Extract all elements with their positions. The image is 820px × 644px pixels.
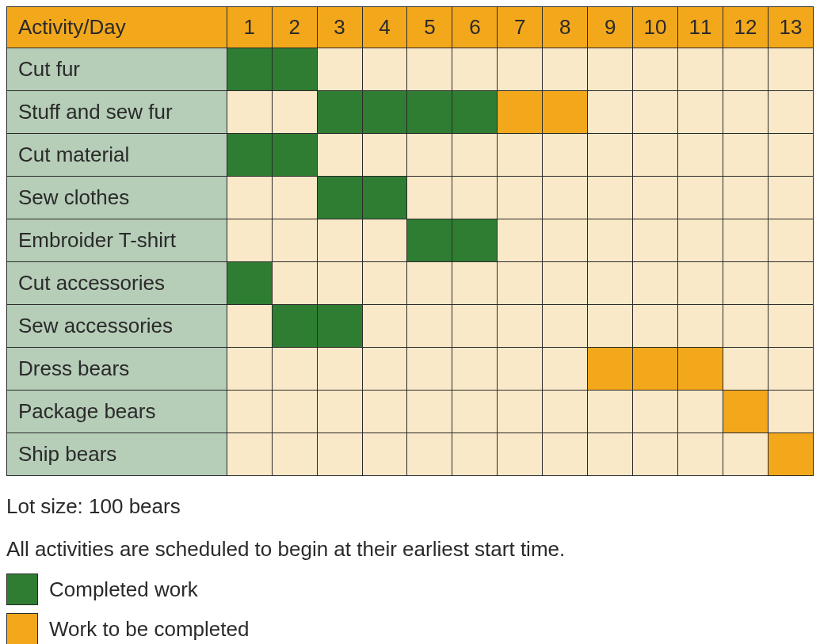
gantt-cell [588, 262, 633, 305]
day-header-7: 7 [498, 7, 543, 48]
gantt-cell [723, 305, 769, 348]
gantt-cell [588, 391, 633, 433]
day-header-4: 4 [362, 7, 407, 48]
gantt-cell [543, 348, 588, 391]
gantt-cell [723, 391, 769, 433]
gantt-cell [362, 91, 407, 134]
gantt-cell [768, 219, 813, 262]
day-header-10: 10 [633, 7, 678, 48]
gantt-cell [362, 177, 407, 219]
activity-label: Dress bears [7, 348, 227, 391]
legend-label-todo: Work to be completed [49, 613, 249, 644]
gantt-cell [723, 134, 769, 177]
gantt-cell [543, 219, 588, 262]
gantt-cell [272, 305, 317, 348]
gantt-cell [272, 91, 317, 134]
gantt-cell [723, 177, 769, 219]
gantt-cell [768, 177, 813, 219]
gantt-body: Cut furStuff and sew furCut materialSew … [7, 48, 814, 476]
gantt-cell [272, 391, 317, 433]
gantt-cell [317, 391, 362, 433]
gantt-cell [588, 48, 633, 91]
gantt-cell [633, 91, 678, 134]
activity-row: Sew accessories [7, 305, 814, 348]
gantt-cell [723, 48, 769, 91]
gantt-cell [633, 219, 678, 262]
gantt-cell [633, 262, 678, 305]
gantt-cell [498, 48, 543, 91]
gantt-cell [407, 305, 452, 348]
gantt-cell [272, 219, 317, 262]
gantt-cell [227, 177, 272, 219]
gantt-cell [678, 391, 723, 433]
gantt-cell [452, 177, 498, 219]
activity-row: Sew clothes [7, 177, 814, 219]
gantt-cell [407, 262, 452, 305]
gantt-cell [498, 391, 543, 433]
gantt-cell [633, 48, 678, 91]
activity-label: Sew accessories [7, 305, 227, 348]
activity-label: Ship bears [7, 433, 227, 476]
legend-todo: Work to be completed [6, 613, 814, 644]
gantt-cell [227, 91, 272, 134]
gantt-cell [498, 305, 543, 348]
activity-label: Stuff and sew fur [7, 91, 227, 134]
gantt-cell [588, 177, 633, 219]
gantt-cell [362, 134, 407, 177]
activity-row: Cut material [7, 134, 814, 177]
gantt-cell [317, 219, 362, 262]
day-header-3: 3 [317, 7, 362, 48]
gantt-cell [452, 48, 498, 91]
gantt-cell [588, 433, 633, 476]
activity-label: Cut material [7, 134, 227, 177]
gantt-cell [678, 91, 723, 134]
gantt-cell [723, 262, 769, 305]
header-row: Activity/Day 12345678910111213 [7, 7, 814, 48]
gantt-cell [588, 134, 633, 177]
gantt-cell [723, 91, 769, 134]
gantt-cell [362, 262, 407, 305]
gantt-cell [227, 48, 272, 91]
gantt-cell [678, 348, 723, 391]
gantt-cell [498, 177, 543, 219]
gantt-cell [362, 433, 407, 476]
gantt-cell [678, 219, 723, 262]
gantt-cell [543, 305, 588, 348]
gantt-cell [452, 348, 498, 391]
gantt-cell [272, 134, 317, 177]
gantt-cell [452, 219, 498, 262]
gantt-cell [227, 262, 272, 305]
gantt-cell [543, 91, 588, 134]
gantt-cell [498, 219, 543, 262]
gantt-cell [407, 433, 452, 476]
gantt-cell [543, 134, 588, 177]
legend-swatch-done [6, 574, 38, 605]
gantt-cell [452, 262, 498, 305]
gantt-cell [768, 134, 813, 177]
gantt-cell [407, 391, 452, 433]
gantt-cell [317, 433, 362, 476]
activity-label: Sew clothes [7, 177, 227, 219]
gantt-cell [317, 134, 362, 177]
day-header-6: 6 [452, 7, 498, 48]
gantt-cell [272, 177, 317, 219]
gantt-cell [768, 433, 813, 476]
activity-label: Cut accessories [7, 262, 227, 305]
gantt-cell [362, 48, 407, 91]
activity-label: Cut fur [7, 48, 227, 91]
gantt-cell [452, 433, 498, 476]
gantt-cell [498, 348, 543, 391]
chart-notes: Lot size: 100 bears All activities are s… [6, 490, 814, 644]
gantt-cell [227, 433, 272, 476]
gantt-cell [452, 91, 498, 134]
gantt-cell [272, 433, 317, 476]
activity-row: Ship bears [7, 433, 814, 476]
activity-row: Embroider T-shirt [7, 219, 814, 262]
gantt-cell [407, 134, 452, 177]
gantt-cell [362, 391, 407, 433]
gantt-cell [227, 348, 272, 391]
gantt-cell [588, 348, 633, 391]
gantt-cell [452, 134, 498, 177]
day-header-12: 12 [723, 7, 769, 48]
gantt-cell [407, 177, 452, 219]
